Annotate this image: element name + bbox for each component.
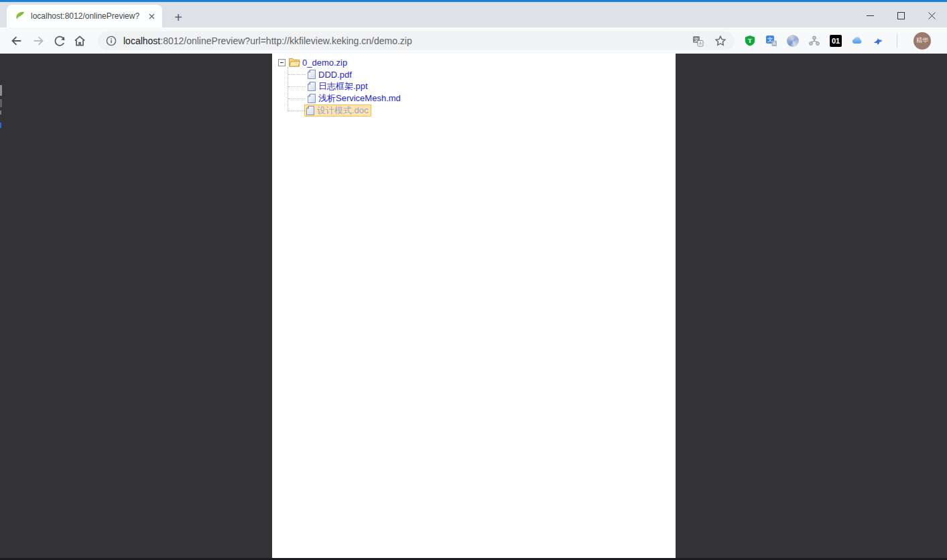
url-rest: :8012/onlinePreview?url=http://kkfilevie… — [160, 36, 412, 46]
profile-avatar[interactable]: 精华 — [913, 32, 931, 50]
tree-node-link[interactable]: 日志框架.ppt — [307, 80, 368, 92]
toolbar-separator — [897, 34, 897, 48]
file-icon — [307, 81, 316, 92]
tree-node-label[interactable]: 设计模式.doc — [317, 104, 369, 117]
omnibox-actions: 文 A — [692, 35, 727, 47]
reload-icon[interactable] — [51, 32, 68, 50]
page-content: 0_demo.zip DDD.pdf — [0, 54, 947, 560]
file-tree: 0_demo.zip DDD.pdf — [272, 54, 676, 117]
tree-node-link[interactable]: 浅析ServiceMesh.md — [307, 92, 401, 104]
tree-root-row: 0_demo.zip — [278, 56, 676, 68]
close-icon[interactable] — [916, 4, 947, 27]
edge-artifact — [0, 99, 2, 107]
tree-node-label[interactable]: 日志框架.ppt — [318, 80, 368, 92]
browser-tab[interactable]: localhost:8012/onlinePreview? — [7, 5, 162, 27]
tree-node-label[interactable]: DDD.pdf — [318, 70, 352, 80]
bookmark-star-icon[interactable] — [714, 35, 727, 47]
green-shield-extension-icon[interactable]: T — [744, 35, 756, 47]
tree-node-link-selected[interactable]: 设计模式.doc — [304, 104, 371, 117]
edge-artifact — [0, 85, 2, 96]
bird-extension-icon[interactable] — [873, 35, 885, 47]
tree-node-file: 日志框架.ppt — [278, 80, 676, 92]
back-icon[interactable] — [7, 32, 25, 50]
tab-title: localhost:8012/onlinePreview? — [31, 11, 139, 21]
tree-node-file-selected: 设计模式.doc — [278, 104, 676, 117]
minimize-icon[interactable] — [855, 4, 885, 27]
tree-children: DDD.pdf 日志框架.ppt — [278, 68, 676, 117]
edge-artifact — [0, 123, 1, 128]
extensions-area: T 文 A 01 — [744, 27, 947, 54]
file-icon — [307, 69, 316, 80]
cloud-extension-icon[interactable] — [851, 35, 863, 47]
swirl-extension-icon[interactable] — [787, 35, 799, 47]
tree-node-file: DDD.pdf — [278, 68, 676, 80]
svg-text:A: A — [773, 41, 776, 46]
edge-artifact — [0, 111, 1, 115]
window-controls — [855, 4, 947, 27]
titlebar: localhost:8012/onlinePreview? + — [0, 0, 947, 27]
file-icon — [307, 93, 316, 104]
home-icon[interactable] — [71, 32, 88, 50]
address-bar[interactable]: localhost:8012/onlinePreview?url=http://… — [98, 31, 735, 50]
maximize-icon[interactable] — [885, 4, 916, 27]
tab-close-icon[interactable] — [146, 11, 157, 21]
tree-node-link[interactable]: DDD.pdf — [307, 69, 352, 80]
browser-toolbar: localhost:8012/onlinePreview?url=http://… — [0, 27, 947, 54]
tree-node-label[interactable]: 0_demo.zip — [302, 58, 347, 68]
translate-extension-icon[interactable]: 文 A — [765, 35, 777, 47]
translate-page-icon[interactable]: 文 A — [692, 36, 704, 47]
collapse-toggle-icon[interactable] — [278, 59, 286, 66]
tree-node-label[interactable]: 浅析ServiceMesh.md — [318, 92, 401, 104]
forward-icon[interactable] — [30, 32, 48, 50]
info-icon[interactable] — [106, 36, 117, 46]
svg-text:A: A — [699, 41, 702, 46]
file-icon — [306, 105, 315, 116]
spring-leaf-favicon-icon — [15, 11, 25, 21]
01-badge-extension-icon[interactable]: 01 — [830, 35, 842, 47]
tree-node-file: 浅析ServiceMesh.md — [278, 92, 676, 104]
url-text: localhost:8012/onlinePreview?url=http://… — [123, 36, 412, 46]
svg-text:T: T — [748, 37, 752, 44]
zip-preview-panel: 0_demo.zip DDD.pdf — [272, 54, 676, 558]
new-tab-button[interactable]: + — [169, 8, 188, 27]
url-host: localhost — [123, 36, 160, 46]
open-folder-icon — [288, 57, 300, 68]
tree-node-root[interactable]: 0_demo.zip — [288, 57, 347, 68]
sitemap-extension-icon[interactable] — [808, 35, 820, 47]
